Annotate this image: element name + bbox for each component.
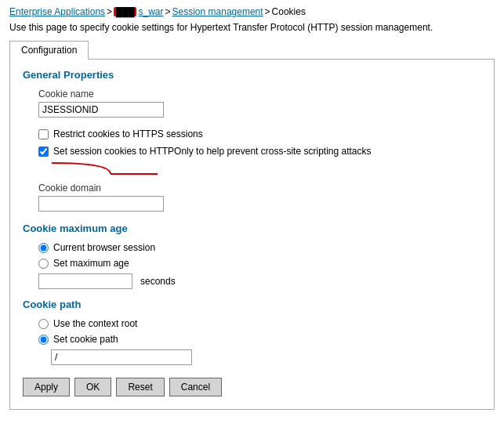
tab-content: General Properties Cookie name Restrict … (9, 60, 495, 410)
cookie-name-label: Cookie name (38, 89, 481, 100)
cookie-path-input[interactable] (51, 349, 192, 365)
breadcrumb: Enterprise Applications > ███ s_war > Se… (9, 6, 495, 17)
seconds-label: seconds (140, 276, 176, 287)
breadcrumb-sep2: > (165, 6, 171, 17)
breadcrumb-session-mgmt[interactable]: Session management (172, 6, 263, 17)
set-max-age-radio[interactable] (38, 259, 49, 269)
breadcrumb-sep3: > (265, 6, 270, 17)
cookie-path-section: Cookie path Use the context root Set coo… (23, 299, 481, 365)
cancel-button[interactable]: Cancel (169, 378, 222, 396)
apply-button[interactable]: Apply (23, 378, 70, 396)
button-bar: Apply OK Reset Cancel (23, 378, 481, 396)
set-httponly-checkbox[interactable] (38, 147, 49, 157)
use-context-root-row: Use the context root (38, 318, 481, 329)
annotation-arrow (48, 161, 165, 176)
cookie-domain-input[interactable] (38, 196, 164, 212)
set-httponly-label: Set session cookies to HTTPOnly to help … (53, 146, 372, 157)
cookie-domain-group: Cookie domain (38, 183, 481, 212)
max-age-input-row: seconds (38, 273, 481, 289)
page-wrapper: Enterprise Applications > ███ s_war > Se… (0, 0, 504, 438)
cookie-max-age-section: Cookie maximum age Current browser sessi… (23, 223, 481, 289)
cookie-domain-label: Cookie domain (38, 183, 481, 194)
cookie-max-age-title: Cookie maximum age (23, 223, 481, 234)
set-max-age-label: Set maximum age (53, 258, 129, 269)
browser-session-label: Current browser session (53, 242, 155, 253)
restrict-https-row: Restrict cookies to HTTPS sessions (38, 129, 481, 139)
cookie-name-group: Cookie name (38, 89, 481, 118)
set-cookie-path-radio[interactable] (38, 335, 49, 345)
general-properties-section: General Properties Cookie name Restrict … (23, 69, 481, 212)
browser-session-row: Current browser session (38, 242, 481, 253)
breadcrumb-app-redacted: ███ (114, 7, 136, 16)
breadcrumb-app-name[interactable]: s_war (138, 6, 163, 17)
use-context-root-label: Use the context root (53, 318, 137, 329)
cookie-path-input-row (51, 349, 481, 365)
use-context-root-radio[interactable] (38, 319, 49, 329)
set-httponly-row: Set session cookies to HTTPOnly to help … (38, 146, 481, 157)
breadcrumb-enterprise-apps[interactable]: Enterprise Applications (9, 6, 105, 17)
tab-configuration[interactable]: Configuration (9, 41, 89, 60)
ok-button[interactable]: OK (74, 378, 111, 396)
restrict-https-label: Restrict cookies to HTTPS sessions (53, 129, 203, 139)
reset-button[interactable]: Reset (116, 378, 164, 396)
restrict-https-checkbox[interactable] (38, 129, 49, 139)
browser-session-radio[interactable] (38, 243, 49, 253)
general-properties-title: General Properties (23, 69, 481, 81)
set-cookie-path-row: Set cookie path (38, 334, 481, 345)
breadcrumb-current: Cookies (272, 6, 306, 17)
max-age-input[interactable] (38, 273, 132, 289)
tab-bar: Configuration (9, 41, 495, 60)
page-description: Use this page to specify cookie settings… (9, 22, 495, 33)
set-max-age-row: Set maximum age (38, 258, 481, 269)
cookie-path-title: Cookie path (23, 299, 481, 310)
cookie-name-input[interactable] (38, 102, 164, 118)
set-cookie-path-label: Set cookie path (53, 334, 118, 345)
breadcrumb-sep1: > (107, 6, 112, 17)
